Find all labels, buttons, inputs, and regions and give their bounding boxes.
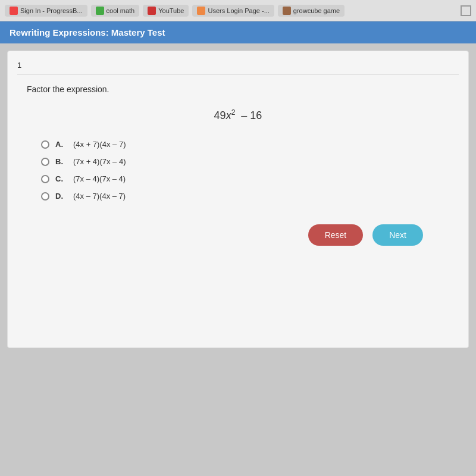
- sign-in-icon: [10, 7, 18, 15]
- youtube-icon: [148, 7, 156, 15]
- main-content: 1 Factor the expression. 49x2 – 16 A. (4…: [7, 51, 469, 348]
- expression-container: 49x2 – 16: [17, 108, 459, 122]
- math-expression: 49x2 – 16: [214, 109, 262, 121]
- radio-a[interactable]: [41, 140, 49, 149]
- choice-a-text: (4x + 7)(4x – 7): [73, 140, 126, 149]
- radio-d[interactable]: [41, 192, 49, 201]
- tab-growcube-label: growcube game: [293, 7, 340, 14]
- growcube-icon: [283, 7, 291, 15]
- tab-sign-in-label: Sign In - ProgressB...: [20, 7, 83, 14]
- tab-users-login-label: Users Login Page -...: [208, 7, 269, 14]
- choice-d-label: D.: [55, 192, 67, 201]
- buttons-row: Reset Next: [17, 224, 459, 246]
- tab-users-login[interactable]: Users Login Page -...: [192, 5, 274, 17]
- users-login-icon: [197, 7, 205, 15]
- choice-b-text: (7x + 4)(7x – 4): [73, 157, 126, 166]
- cool-math-icon: [96, 7, 104, 15]
- browser-end-box: [461, 5, 471, 16]
- question-prompt: Factor the expression.: [27, 84, 459, 94]
- tab-growcube[interactable]: growcube game: [278, 5, 345, 17]
- choice-c-text: (7x – 4)(7x – 4): [73, 174, 126, 183]
- choice-b[interactable]: B. (7x + 4)(7x – 4): [41, 157, 459, 166]
- choice-c-label: C.: [55, 174, 67, 183]
- tab-sign-in[interactable]: Sign In - ProgressB...: [5, 5, 87, 17]
- answer-choices: A. (4x + 7)(4x – 7) B. (7x + 4)(7x – 4) …: [41, 140, 459, 201]
- browser-toolbar: Sign In - ProgressB... cool math YouTube…: [0, 0, 476, 21]
- page-header: Rewriting Expressions: Mastery Test: [0, 21, 476, 43]
- tab-cool-math[interactable]: cool math: [91, 5, 140, 17]
- choice-a-label: A.: [55, 140, 67, 149]
- radio-c[interactable]: [41, 175, 49, 183]
- tab-youtube-label: YouTube: [158, 7, 184, 14]
- choice-d[interactable]: D. (4x – 7)(4x – 7): [41, 192, 459, 201]
- tab-youtube[interactable]: YouTube: [143, 5, 189, 17]
- choice-a[interactable]: A. (4x + 7)(4x – 7): [41, 140, 459, 149]
- radio-b[interactable]: [41, 158, 49, 166]
- choice-d-text: (4x – 7)(4x – 7): [73, 192, 126, 201]
- choice-c[interactable]: C. (7x – 4)(7x – 4): [41, 174, 459, 183]
- page-title: Rewriting Expressions: Mastery Test: [10, 27, 165, 37]
- reset-button[interactable]: Reset: [308, 224, 364, 246]
- next-button[interactable]: Next: [372, 224, 423, 246]
- question-number: 1: [17, 61, 459, 75]
- choice-b-label: B.: [55, 157, 67, 166]
- tab-cool-math-label: cool math: [107, 7, 135, 14]
